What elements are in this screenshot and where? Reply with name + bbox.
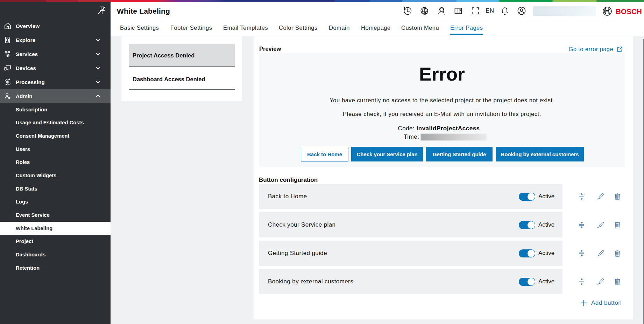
svg-text:?: ? xyxy=(459,9,461,14)
